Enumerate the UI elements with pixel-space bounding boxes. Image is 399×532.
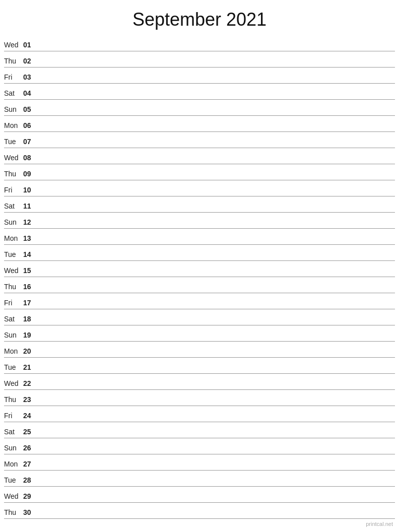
calendar-grid: Wed01Thu02Fri03Sat04Sun05Mon06Tue07Wed08…: [0, 35, 399, 519]
day-line: [37, 242, 395, 242]
day-number: 02: [23, 57, 37, 65]
day-number: 09: [23, 170, 37, 178]
day-row: Wed22: [4, 374, 395, 390]
day-line: [37, 226, 395, 226]
day-name: Tue: [4, 476, 23, 484]
day-row: Sat18: [4, 309, 395, 325]
day-row: Sun05: [4, 100, 395, 116]
day-line: [37, 113, 395, 113]
day-number: 08: [23, 154, 37, 162]
day-row: Fri03: [4, 68, 395, 84]
day-line: [37, 387, 395, 387]
day-number: 19: [23, 331, 37, 339]
day-row: Tue14: [4, 245, 395, 261]
day-number: 04: [23, 89, 37, 97]
day-row: Sat11: [4, 196, 395, 213]
day-number: 10: [23, 186, 37, 194]
page-title: September 2021: [0, 0, 399, 35]
day-number: 25: [23, 428, 37, 436]
day-line: [37, 371, 395, 371]
day-number: 03: [23, 73, 37, 81]
day-line: [37, 210, 395, 210]
day-row: Sun12: [4, 213, 395, 229]
day-line: [37, 468, 395, 468]
day-row: Wed29: [4, 487, 395, 503]
day-name: Fri: [4, 186, 23, 194]
day-row: Wed08: [4, 148, 395, 164]
day-number: 27: [23, 460, 37, 468]
day-line: [37, 81, 395, 81]
day-line: [37, 290, 395, 291]
day-line: [37, 274, 395, 275]
day-line: [37, 435, 395, 436]
day-number: 26: [23, 444, 37, 452]
day-name: Fri: [4, 73, 23, 81]
day-row: Mon27: [4, 454, 395, 471]
day-name: Sun: [4, 105, 23, 113]
day-number: 01: [23, 41, 37, 49]
day-number: 18: [23, 315, 37, 323]
day-row: Tue07: [4, 132, 395, 148]
day-row: Sun19: [4, 325, 395, 342]
day-name: Mon: [4, 234, 23, 242]
day-name: Sat: [4, 428, 23, 436]
day-line: [37, 403, 395, 404]
day-number: 28: [23, 476, 37, 484]
day-row: Thu23: [4, 390, 395, 406]
day-number: 14: [23, 250, 37, 258]
day-number: 21: [23, 363, 37, 371]
day-line: [37, 193, 395, 194]
day-number: 16: [23, 283, 37, 291]
day-line: [37, 322, 395, 323]
day-name: Wed: [4, 41, 23, 49]
day-line: [37, 48, 395, 49]
day-name: Wed: [4, 379, 23, 387]
day-line: [37, 484, 395, 484]
day-line: [37, 500, 395, 500]
day-line: [37, 339, 395, 339]
day-number: 12: [23, 218, 37, 226]
day-line: [37, 145, 395, 146]
watermark: printcal.net: [366, 521, 393, 527]
day-number: 20: [23, 347, 37, 355]
day-number: 13: [23, 234, 37, 242]
day-name: Thu: [4, 170, 23, 178]
day-line: [37, 306, 395, 307]
day-row: Fri17: [4, 293, 395, 309]
day-name: Wed: [4, 492, 23, 500]
day-row: Thu30: [4, 503, 395, 519]
day-number: 23: [23, 395, 37, 404]
day-number: 22: [23, 379, 37, 387]
day-row: Wed01: [4, 35, 395, 51]
day-row: Fri24: [4, 406, 395, 422]
day-name: Thu: [4, 395, 23, 404]
day-row: Sat04: [4, 84, 395, 100]
day-row: Tue28: [4, 471, 395, 487]
day-row: Tue21: [4, 358, 395, 374]
day-number: 29: [23, 492, 37, 500]
day-row: Thu09: [4, 164, 395, 180]
day-line: [37, 258, 395, 258]
day-row: Mon13: [4, 229, 395, 245]
day-name: Fri: [4, 412, 23, 420]
day-name: Wed: [4, 154, 23, 162]
day-line: [37, 97, 395, 97]
day-row: Mon06: [4, 116, 395, 132]
day-number: 30: [23, 508, 37, 516]
day-number: 11: [23, 202, 37, 210]
day-number: 24: [23, 412, 37, 420]
day-line: [37, 177, 395, 178]
day-number: 06: [23, 121, 37, 129]
day-number: 05: [23, 105, 37, 113]
day-name: Thu: [4, 508, 23, 516]
day-name: Tue: [4, 363, 23, 371]
day-row: Fri10: [4, 180, 395, 196]
day-name: Thu: [4, 283, 23, 291]
day-name: Wed: [4, 267, 23, 275]
day-name: Tue: [4, 138, 23, 146]
day-name: Sun: [4, 444, 23, 452]
day-name: Fri: [4, 299, 23, 307]
day-name: Sat: [4, 202, 23, 210]
day-line: [37, 129, 395, 129]
day-row: Mon20: [4, 342, 395, 358]
